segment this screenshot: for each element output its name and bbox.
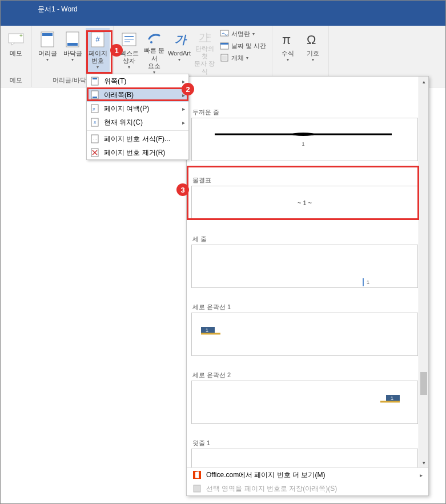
chevron-right-icon: ▸	[182, 119, 185, 126]
symbol-icon: Ω	[304, 30, 322, 49]
svg-rect-22	[222, 55, 227, 60]
svg-text:⋯: ⋯	[93, 137, 97, 141]
signature-icon	[220, 29, 229, 38]
chevron-down-icon: ▾	[128, 65, 130, 70]
gallery-label-three-lines: 세 줄	[191, 220, 424, 245]
menu-item-top[interactable]: 위쪽(T) ▸	[87, 74, 188, 88]
page-number-gallery: 두꺼운 줄 1 물결표 ~ 1 ~ 세 줄 1 세로 윤곽선 1 1 세로 윤곽…	[186, 76, 429, 496]
gallery-footer: Office.com에서 페이지 번호 더 보기(M) ▸ 선택 영역을 페이지…	[187, 467, 428, 495]
menu-item-current[interactable]: # 현재 위치(C) ▸	[87, 115, 188, 129]
chevron-down-icon: ▾	[46, 57, 49, 62]
svg-text:1: 1	[391, 395, 393, 401]
scroll-up-icon[interactable]: ▴	[419, 77, 428, 86]
menu-item-format[interactable]: ⋯ 페이지 번호 서식(F)...	[87, 132, 188, 146]
callout-1: 1	[110, 44, 123, 57]
svg-text:+: +	[19, 33, 23, 39]
current-position-icon: #	[90, 118, 99, 127]
gallery-label-tilde: 물결표	[191, 161, 424, 186]
svg-rect-5	[67, 43, 78, 46]
chevron-down-icon: ▾	[97, 65, 99, 70]
svg-text:#: #	[93, 107, 95, 112]
dropcap-icon: 가	[195, 30, 214, 44]
menu-item-bottom[interactable]: 아래쪽(B) ▸	[87, 88, 188, 102]
symbol-button[interactable]: Ω 기호 ▾	[301, 28, 325, 75]
footer-button[interactable]: 바닥글 ▾	[61, 28, 85, 75]
page-number-dropdown: 위쪽(T) ▸ 아래쪽(B) ▸ # 페이지 여백(P) ▸ # 현재 위치(C…	[86, 74, 189, 160]
gallery-item-thick-line[interactable]: 1	[191, 118, 418, 161]
chevron-right-icon: ▸	[182, 106, 185, 112]
svg-text:#: #	[94, 120, 97, 125]
chevron-down-icon: ▾	[246, 55, 248, 61]
titlebar: 문서1 - Word	[1, 1, 445, 18]
svg-text:가: 가	[175, 33, 187, 46]
quickparts-button[interactable]: 빠른 문서 요소 ▾	[142, 28, 166, 75]
gallery-item-tilde[interactable]: ~ 1 ~	[191, 186, 418, 220]
chevron-down-icon: ▾	[287, 57, 289, 62]
signature-button[interactable]: 서명란 ▾	[218, 28, 268, 39]
svg-rect-28	[93, 97, 97, 98]
svg-text:π: π	[282, 33, 291, 47]
wordart-icon: 가	[170, 30, 188, 49]
scroll-down-icon[interactable]: ▾	[419, 458, 428, 467]
callout-3: 3	[176, 183, 189, 196]
gallery-item-vert-outline1[interactable]: 1	[191, 313, 418, 356]
svg-rect-20	[220, 43, 228, 45]
svg-text:#: #	[95, 35, 100, 43]
wordart-button[interactable]: 가 WordArt ▾	[167, 28, 191, 75]
datetime-button[interactable]: 날짜 및 시간	[218, 40, 268, 51]
svg-text:1: 1	[206, 327, 208, 333]
gallery-item-topline1[interactable]: 1	[191, 449, 418, 467]
chevron-down-icon: ▾	[178, 57, 180, 62]
page-top-icon	[90, 77, 99, 86]
menu-item-remove[interactable]: 페이지 번호 제거(R)	[87, 146, 188, 159]
svg-text:Ω: Ω	[307, 33, 316, 47]
page-bottom-icon	[90, 90, 99, 99]
gallery-save-selection: 선택 영역을 페이지 번호로 저장(아래쪽)(S)	[187, 482, 428, 495]
svg-rect-26	[93, 78, 97, 79]
svg-point-39	[292, 133, 315, 136]
menu-item-margins[interactable]: # 페이지 여백(P) ▸	[87, 102, 188, 115]
object-button[interactable]: 개체 ▾	[218, 52, 268, 63]
quickparts-icon	[145, 30, 163, 46]
ribbon-group-memo: + 메모 메모	[1, 26, 32, 87]
memo-button[interactable]: + 메모	[4, 28, 28, 75]
gallery-label-vert-outline2: 세로 윤곽선 2	[191, 356, 424, 381]
footer-icon	[63, 30, 82, 49]
equation-icon: π	[279, 30, 297, 49]
page-number-icon: #	[89, 30, 107, 49]
page-number-button[interactable]: # 페이지 번호 ▾	[86, 28, 110, 75]
callout-2: 2	[182, 83, 194, 95]
remove-icon	[90, 148, 99, 157]
memo-icon: +	[7, 30, 25, 49]
gallery-label-topline1: 윗줄 1	[191, 424, 424, 449]
equation-button[interactable]: π 수식 ▾	[276, 28, 300, 75]
gallery-item-three-lines[interactable]: 1	[191, 245, 418, 288]
page-margins-icon: #	[90, 104, 99, 113]
gallery-label-vert-outline1: 세로 윤곽선 1	[191, 288, 424, 313]
scrollbar-thumb[interactable]	[420, 372, 427, 395]
datetime-icon	[220, 41, 229, 50]
format-icon: ⋯	[90, 134, 99, 143]
office-icon	[192, 470, 202, 479]
chevron-right-icon: ▸	[420, 472, 423, 478]
chevron-down-icon: ▾	[252, 31, 255, 37]
object-icon	[220, 53, 229, 62]
ribbon-group-memo-label: 메모	[10, 76, 22, 86]
gallery-scrollbar[interactable]: ▴ ▾	[419, 77, 428, 467]
ribbon-tab-strip	[1, 18, 445, 26]
dropcap-button[interactable]: 가 단락의 첫 문자 장식 ▾	[192, 28, 216, 75]
header-button[interactable]: 머리글 ▾	[35, 28, 59, 75]
gallery-label-thick-line: 두꺼운 줄	[191, 77, 424, 118]
gallery-item-vert-outline2[interactable]: 1	[191, 381, 418, 424]
svg-rect-51	[194, 485, 200, 492]
save-icon	[192, 484, 202, 493]
svg-point-12	[150, 41, 152, 43]
window-title: 문서1 - Word	[38, 5, 78, 14]
svg-text:1: 1	[367, 279, 369, 285]
menu-separator	[87, 130, 188, 131]
svg-rect-3	[42, 33, 53, 36]
textbox-icon	[120, 30, 138, 49]
gallery-more-office[interactable]: Office.com에서 페이지 번호 더 보기(M) ▸	[187, 468, 428, 482]
preview-number-1: 1	[302, 141, 304, 147]
chevron-down-icon: ▾	[71, 57, 74, 62]
